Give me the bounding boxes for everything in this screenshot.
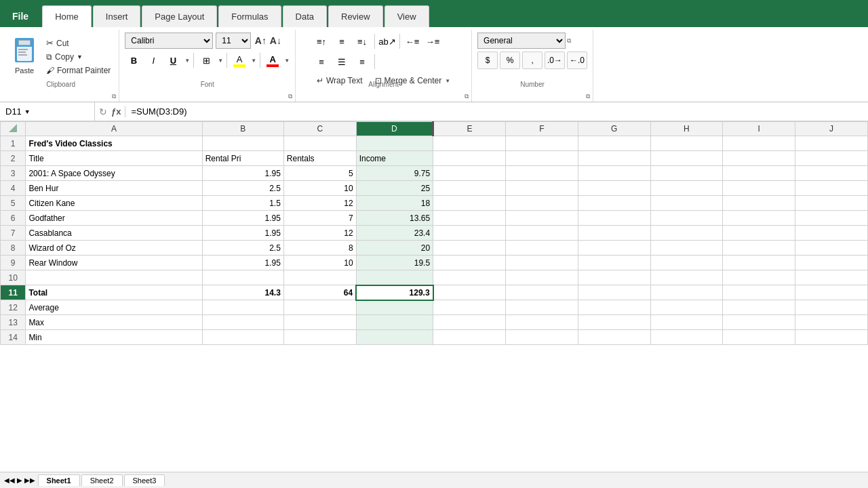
spreadsheet-cell[interactable] bbox=[26, 270, 202, 285]
percent-button[interactable]: % bbox=[500, 52, 520, 69]
spreadsheet-cell[interactable] bbox=[650, 136, 723, 151]
spreadsheet-cell[interactable] bbox=[202, 300, 283, 315]
col-header-h[interactable]: H bbox=[650, 122, 723, 136]
spreadsheet-cell[interactable] bbox=[650, 226, 723, 241]
spreadsheet-cell[interactable] bbox=[650, 181, 723, 196]
spreadsheet-cell[interactable] bbox=[578, 300, 650, 315]
spreadsheet-cell[interactable] bbox=[578, 241, 650, 256]
spreadsheet-cell[interactable] bbox=[505, 166, 578, 181]
align-bottom-button[interactable]: ≡↓ bbox=[353, 33, 372, 50]
spreadsheet-cell[interactable] bbox=[723, 330, 795, 345]
spreadsheet-cell[interactable]: 20 bbox=[356, 241, 433, 256]
spreadsheet-cell[interactable]: Ben Hur bbox=[26, 181, 202, 196]
spreadsheet-cell[interactable] bbox=[578, 151, 650, 166]
spreadsheet-cell[interactable]: Rentals bbox=[283, 151, 356, 166]
spreadsheet-cell[interactable] bbox=[433, 196, 506, 211]
tab-view[interactable]: View bbox=[384, 5, 429, 27]
spreadsheet-cell[interactable] bbox=[433, 211, 506, 226]
sheet-tab-2[interactable]: Sheet2 bbox=[81, 474, 123, 486]
name-box[interactable]: D11 ▼ bbox=[0, 102, 95, 121]
spreadsheet-cell[interactable]: 2.5 bbox=[202, 181, 283, 196]
spreadsheet-cell[interactable] bbox=[202, 330, 283, 345]
spreadsheet-cell[interactable] bbox=[578, 136, 650, 151]
spreadsheet-cell[interactable]: 1.95 bbox=[202, 211, 283, 226]
spreadsheet-cell[interactable] bbox=[795, 166, 868, 181]
formula-fn-button[interactable]: ƒx bbox=[111, 106, 121, 117]
font-color-dropdown[interactable]: ▼ bbox=[284, 58, 290, 64]
fill-color-dropdown[interactable]: ▼ bbox=[251, 58, 256, 64]
spreadsheet-cell[interactable]: 1.95 bbox=[202, 226, 283, 241]
spreadsheet-cell[interactable]: 9.75 bbox=[356, 166, 433, 181]
col-header-d[interactable]: D bbox=[356, 122, 433, 136]
spreadsheet-cell[interactable]: 129.3 bbox=[356, 285, 433, 300]
spreadsheet-cell[interactable] bbox=[578, 315, 650, 330]
spreadsheet-cell[interactable] bbox=[505, 196, 578, 211]
underline-button[interactable]: U bbox=[164, 52, 182, 69]
col-header-e[interactable]: E bbox=[433, 122, 506, 136]
spreadsheet-cell[interactable] bbox=[795, 181, 868, 196]
spreadsheet-cell[interactable] bbox=[650, 300, 723, 315]
col-header-i[interactable]: I bbox=[723, 122, 795, 136]
spreadsheet-cell[interactable] bbox=[578, 330, 650, 345]
spreadsheet-cell[interactable] bbox=[433, 241, 506, 256]
spreadsheet-cell[interactable] bbox=[283, 300, 356, 315]
tab-home[interactable]: Home bbox=[42, 5, 92, 27]
spreadsheet-cell[interactable] bbox=[650, 241, 723, 256]
spreadsheet-cell[interactable]: Total bbox=[26, 285, 202, 300]
spreadsheet-cell[interactable] bbox=[356, 315, 433, 330]
name-box-dropdown[interactable]: ▼ bbox=[24, 108, 31, 115]
spreadsheet-cell[interactable] bbox=[505, 151, 578, 166]
col-header-c[interactable]: C bbox=[283, 122, 356, 136]
spreadsheet-cell[interactable] bbox=[795, 285, 868, 300]
spreadsheet-cell[interactable] bbox=[356, 300, 433, 315]
spreadsheet-cell[interactable] bbox=[433, 136, 506, 151]
spreadsheet-cell[interactable] bbox=[202, 136, 283, 151]
tab-insert[interactable]: Insert bbox=[93, 5, 141, 27]
spreadsheet-cell[interactable]: Fred's Video Classics bbox=[26, 136, 202, 151]
paste-button[interactable]: Paste bbox=[8, 33, 41, 77]
spreadsheet-cell[interactable] bbox=[433, 166, 506, 181]
spreadsheet-cell[interactable]: 1.5 bbox=[202, 196, 283, 211]
spreadsheet-cell[interactable]: Citizen Kane bbox=[26, 196, 202, 211]
spreadsheet-cell[interactable]: 14.3 bbox=[202, 285, 283, 300]
orient-button[interactable]: ab↗ bbox=[378, 33, 397, 50]
spreadsheet-cell[interactable]: 10 bbox=[283, 181, 356, 196]
spreadsheet-cell[interactable] bbox=[505, 330, 578, 345]
spreadsheet-cell[interactable] bbox=[202, 315, 283, 330]
spreadsheet-cell[interactable] bbox=[283, 315, 356, 330]
spreadsheet-cell[interactable] bbox=[650, 315, 723, 330]
sheet-nav[interactable]: ◀◀ ▶ ▶▶ bbox=[3, 475, 37, 485]
spreadsheet-cell[interactable] bbox=[723, 181, 795, 196]
border-button[interactable]: ⊞ bbox=[197, 52, 215, 69]
sheet-tab-3[interactable]: Sheet3 bbox=[124, 474, 165, 486]
tab-review[interactable]: Review bbox=[328, 5, 383, 27]
spreadsheet-cell[interactable] bbox=[723, 166, 795, 181]
format-painter-button[interactable]: 🖌 Format Painter bbox=[43, 64, 113, 77]
number-expand[interactable]: ⧉ bbox=[586, 93, 590, 100]
spreadsheet-cell[interactable]: Rental Pri bbox=[202, 151, 283, 166]
spreadsheet-cell[interactable] bbox=[578, 226, 650, 241]
sheet-tab-1[interactable]: Sheet1 bbox=[38, 474, 80, 486]
tab-file[interactable]: File bbox=[0, 5, 41, 27]
spreadsheet-cell[interactable]: Casablanca bbox=[26, 226, 202, 241]
spreadsheet-cell[interactable] bbox=[505, 256, 578, 270]
font-name-select[interactable]: Calibri bbox=[125, 33, 213, 49]
border-dropdown[interactable]: ▼ bbox=[218, 58, 223, 64]
spreadsheet-cell[interactable] bbox=[433, 151, 506, 166]
spreadsheet-cell[interactable] bbox=[505, 181, 578, 196]
spreadsheet-cell[interactable] bbox=[433, 315, 506, 330]
spreadsheet-cell[interactable]: 18 bbox=[356, 196, 433, 211]
spreadsheet-cell[interactable] bbox=[723, 315, 795, 330]
alignment-expand[interactable]: ⧉ bbox=[465, 93, 469, 100]
spreadsheet-cell[interactable] bbox=[505, 270, 578, 285]
spreadsheet-cell[interactable] bbox=[795, 151, 868, 166]
spreadsheet-cell[interactable] bbox=[505, 241, 578, 256]
spreadsheet-cell[interactable] bbox=[505, 315, 578, 330]
spreadsheet-cell[interactable] bbox=[723, 300, 795, 315]
spreadsheet-cell[interactable]: 1.95 bbox=[202, 256, 283, 270]
spreadsheet-cell[interactable] bbox=[202, 270, 283, 285]
spreadsheet-cell[interactable] bbox=[578, 270, 650, 285]
italic-button[interactable]: I bbox=[144, 52, 162, 69]
number-format-select[interactable]: General bbox=[477, 33, 566, 49]
spreadsheet-cell[interactable] bbox=[433, 256, 506, 270]
